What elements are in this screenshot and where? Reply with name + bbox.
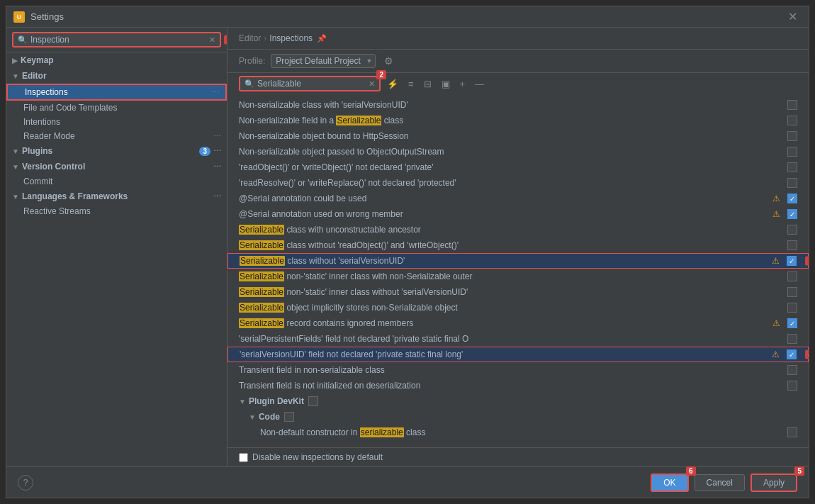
sidebar: 🔍 ✕ 1 ▶ Keymap ▼ Editor Inspections ⋯: [6, 28, 227, 466]
table-row[interactable]: Serializable object implicitly stores no…: [227, 300, 809, 315]
sidebar-item-version-control[interactable]: ▼ Version Control ⋯: [6, 159, 227, 174]
highlight-serializable: Serializable: [239, 318, 284, 328]
inspection-checkbox[interactable]: [787, 178, 797, 188]
vc-dot-icon: ⋯: [213, 162, 221, 172]
warning-icon: ⚠: [772, 256, 780, 266]
sidebar-item-lang-frameworks[interactable]: ▼ Languages & Frameworks ⋯: [6, 189, 227, 204]
collapse-all-button[interactable]: ⊟: [420, 77, 435, 91]
table-row[interactable]: 'serialVersionUID' field not declared 'p…: [227, 347, 809, 362]
inspection-checkbox[interactable]: [787, 349, 797, 359]
inspection-checkbox[interactable]: [787, 318, 797, 328]
inspection-text: Serializable class with unconstructable …: [239, 225, 783, 235]
inspection-checkbox[interactable]: [787, 287, 797, 297]
inspection-checkbox[interactable]: [787, 209, 797, 219]
table-row[interactable]: Non-serializable field in a Serializable…: [227, 113, 809, 128]
pin-icon[interactable]: 📌: [317, 34, 327, 43]
table-row[interactable]: Serializable class without 'serialVersio…: [227, 253, 809, 269]
table-row[interactable]: 'readResolve()' or 'writeReplace()' not …: [227, 175, 809, 191]
inspection-checkbox[interactable]: [787, 131, 797, 141]
label-3: 3: [805, 257, 809, 266]
table-row[interactable]: Non-serializable object passed to Object…: [227, 144, 809, 159]
filter-search-clear[interactable]: ✕: [369, 79, 375, 89]
sidebar-item-label: Commit: [23, 177, 52, 186]
inspection-checkbox[interactable]: [787, 100, 797, 110]
inspection-checkbox[interactable]: [787, 334, 797, 344]
inspection-checkbox[interactable]: [787, 427, 797, 437]
inspection-list: Non-serializable class with 'serialVersi…: [227, 94, 809, 447]
section-plugin-devkit[interactable]: ▼ Plugin DevKit: [227, 393, 809, 409]
filter-search-input[interactable]: [257, 79, 369, 89]
table-row[interactable]: @Serial annotation could be used ⚠: [227, 191, 809, 206]
sidebar-item-reader-mode[interactable]: Reader Mode ⋯: [6, 129, 227, 143]
section-checkbox[interactable]: [308, 396, 318, 406]
sidebar-item-inspections[interactable]: Inspections ⋯: [6, 84, 227, 101]
profile-gear-button[interactable]: ⚙: [381, 54, 396, 68]
sidebar-item-intentions[interactable]: Intentions: [6, 115, 227, 129]
table-row[interactable]: Transient field in non-serializable clas…: [227, 362, 809, 378]
sidebar-item-reactive-streams[interactable]: Reactive Streams: [6, 204, 227, 218]
inspection-checkbox[interactable]: [787, 256, 797, 266]
section-checkbox[interactable]: [284, 412, 294, 422]
inspection-checkbox[interactable]: [787, 303, 797, 313]
highlight-serializable: Serializable: [239, 240, 284, 250]
apply-button[interactable]: Apply: [751, 474, 797, 492]
profile-row: Profile: Project Default Project ▼ ⚙: [227, 50, 809, 73]
table-row[interactable]: Transient field is not initialized on de…: [227, 378, 809, 393]
arrow-icon: ▼: [12, 193, 19, 201]
plugins-dot-icon: ⋯: [213, 147, 221, 156]
export-button[interactable]: ▣: [438, 77, 454, 91]
sidebar-item-editor[interactable]: ▼ Editor: [6, 68, 227, 84]
table-row[interactable]: 'serialPersistentFields' field not decla…: [227, 331, 809, 347]
arrow-icon: ▼: [12, 72, 19, 80]
inspection-checkbox[interactable]: [787, 194, 797, 203]
inspection-checkbox[interactable]: [787, 147, 797, 157]
table-row[interactable]: Non-default constructor in serializable …: [227, 425, 809, 440]
table-row[interactable]: 'readObject()' or 'writeObject()' not de…: [227, 159, 809, 175]
sidebar-item-keymap[interactable]: ▶ Keymap: [6, 52, 227, 68]
inspection-checkbox[interactable]: [787, 381, 797, 391]
sidebar-item-file-templates[interactable]: File and Code Templates: [6, 101, 227, 115]
inspection-checkbox[interactable]: [787, 240, 797, 250]
inspection-text: 'serialPersistentFields' field not decla…: [239, 334, 783, 344]
sidebar-item-plugins[interactable]: ▼ Plugins 3 ⋯: [6, 143, 227, 159]
close-button[interactable]: ✕: [784, 9, 802, 25]
ok-button[interactable]: OK: [651, 474, 688, 492]
inspection-checkbox[interactable]: [787, 225, 797, 235]
inspection-checkbox[interactable]: [787, 365, 797, 375]
add-button[interactable]: +: [456, 77, 469, 91]
sidebar-search-clear[interactable]: ✕: [209, 35, 215, 45]
disable-inspections-text: Disable new inspections by default: [252, 452, 383, 462]
sidebar-search-input[interactable]: [30, 35, 209, 45]
section-code[interactable]: ▼ Code: [227, 409, 809, 425]
sidebar-item-commit[interactable]: Commit: [6, 174, 227, 189]
cancel-button[interactable]: Cancel: [695, 474, 745, 491]
inspection-checkbox[interactable]: [787, 116, 797, 125]
more-button[interactable]: —: [471, 77, 488, 91]
inspection-text: Serializable non-'static' inner class wi…: [239, 287, 783, 297]
inspection-text: Transient field in non-serializable clas…: [239, 365, 783, 375]
label-2: 2: [376, 70, 386, 79]
expand-all-button[interactable]: ≡: [405, 77, 417, 91]
disable-inspections-label: Disable new inspections by default: [239, 452, 383, 462]
disable-inspections-checkbox[interactable]: [239, 453, 248, 462]
profile-select[interactable]: Project Default Project: [271, 54, 376, 68]
highlight-serializable: Serializable: [239, 225, 284, 235]
sidebar-item-label: Intentions: [23, 117, 60, 127]
arrow-icon: ▼: [239, 398, 246, 405]
table-row[interactable]: Non-serializable object bound to HttpSes…: [227, 128, 809, 144]
table-row[interactable]: Serializable class without 'readObject()…: [227, 237, 809, 253]
table-row[interactable]: @Serial annotation used on wrong member …: [227, 206, 809, 222]
inspection-checkbox[interactable]: [787, 271, 797, 281]
help-button[interactable]: ?: [18, 475, 33, 491]
inspection-checkbox[interactable]: [787, 162, 797, 172]
table-row[interactable]: Non-serializable class with 'serialVersi…: [227, 97, 809, 113]
table-row[interactable]: Serializable non-'static' inner class wi…: [227, 284, 809, 300]
inspection-text: Non-serializable field in a Serializable…: [239, 116, 783, 125]
table-row[interactable]: Serializable class with unconstructable …: [227, 222, 809, 237]
dot-icon: ⋯: [212, 88, 220, 97]
breadcrumb-current: Inspections: [269, 33, 313, 43]
breadcrumb-separator: ›: [264, 33, 266, 43]
table-row[interactable]: Serializable record contains ignored mem…: [227, 315, 809, 331]
table-row[interactable]: Serializable non-'static' inner class wi…: [227, 269, 809, 284]
highlight-serializable: Serializable: [240, 256, 285, 266]
